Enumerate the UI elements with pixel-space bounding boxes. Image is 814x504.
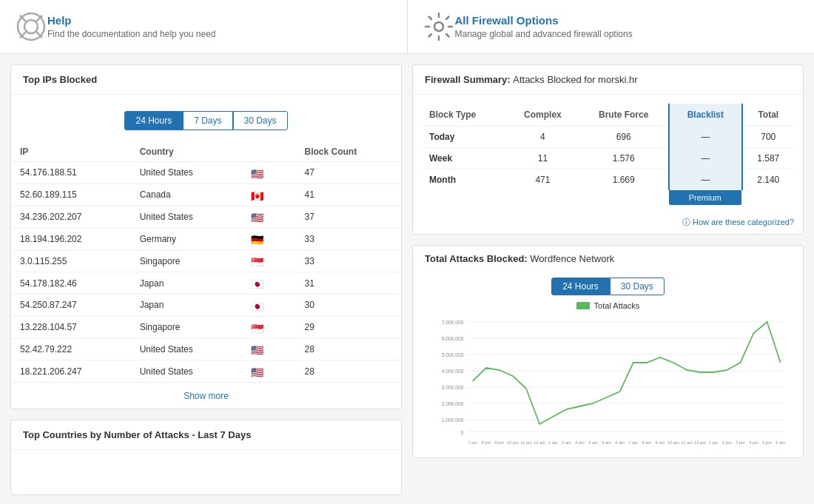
count-cell: 37 [295,206,401,228]
count-cell: 33 [295,250,401,272]
gear-icon [423,10,455,43]
country-cell: Singapore [131,316,238,338]
chart-time-filter: 24 Hours 30 Days [551,278,665,295]
table-row: 54.178.182.46 Japan 🇯🇵 31 [11,272,401,295]
total-cell: 1.587 [742,148,794,169]
svg-text:1 pm: 1 pm [709,440,719,445]
time-btn-7d[interactable]: 7 Days [183,111,232,130]
svg-text:2 pm: 2 pm [722,440,732,445]
summary-row: Today 4 696 — 700 [422,127,794,148]
help-link[interactable]: Help Find the documentation and help you… [0,0,408,53]
count-cell: 31 [295,272,401,295]
categorized-link-text[interactable]: ⓘ How are these categorized? [682,218,794,226]
firewall-desc: Manage global and advanced firewall opti… [455,29,633,39]
time-btn-24h[interactable]: 24 Hours [124,111,183,130]
ip-cell: 52.42.79.222 [11,338,131,360]
ip-cell: 13.228.104.57 [11,316,131,338]
time-btn-30d[interactable]: 30 Days [233,111,288,130]
show-more[interactable]: Show more [11,382,401,409]
country-cell: Singapore [131,250,238,272]
blacklist-cell: — [669,148,741,169]
flag-cell: 🇺🇸 [238,338,295,360]
col-ip: IP [11,142,131,162]
svg-text:10 am: 10 am [667,440,679,445]
fs-col-complex: Complex [507,104,579,127]
firewall-text: All Firewall Options Manage global and a… [455,14,633,39]
ip-cell: 18.194.196.202 [11,228,131,250]
svg-text:6.000.000: 6.000.000 [442,336,464,341]
svg-text:4 am: 4 am [588,440,598,445]
country-cell: United States [131,360,238,382]
flag-cell: 🇺🇸 [238,162,295,184]
chart-btn-30d[interactable]: 30 Days [610,278,665,295]
country-cell: Japan [131,294,238,316]
col-country: Country [131,142,238,162]
svg-text:11 pm: 11 pm [520,440,532,445]
summary-row: Month 471 1.669 — 2.140 [422,169,794,191]
table-row: 18.221.206.247 United States 🇺🇸 28 [11,360,401,382]
count-cell: 41 [295,184,401,206]
top-countries-header: Top Countries by Number of Attacks - Las… [11,420,401,450]
svg-text:5 am: 5 am [602,440,611,445]
svg-text:4 pm: 4 pm [749,440,758,445]
main-content: Top IPs Blocked 24 Hours 7 Days 30 Days … [0,54,814,504]
svg-point-6 [434,22,443,31]
svg-text:7 am: 7 am [628,440,638,445]
fs-col-total: Total [742,104,794,127]
flag-cell: 🇨🇦 [238,184,295,206]
svg-text:5.000.000: 5.000.000 [442,352,464,357]
svg-text:2 am: 2 am [562,440,571,445]
total-cell: 700 [742,127,794,148]
help-title: Help [47,14,216,27]
svg-text:7.000.000: 7.000.000 [442,320,464,325]
ip-cell: 54.176.188.51 [11,162,131,184]
categorized-link[interactable]: ⓘ How are these categorized? [413,211,803,234]
ip-cell: 34.236.202.207 [11,206,131,228]
brute-cell: 1.576 [579,148,669,169]
blacklist-cell: — [669,169,741,191]
count-cell: 33 [295,228,401,250]
svg-text:3 pm: 3 pm [736,440,745,445]
complex-cell: 4 [507,127,579,148]
total-cell: 2.140 [742,169,794,191]
svg-text:6 pm: 6 pm [776,440,785,445]
svg-text:1.000.000: 1.000.000 [442,417,464,423]
fs-col-type: Block Type [422,104,507,127]
help-desc: Find the documentation and help you need [47,29,216,39]
chart-area: 7.000.000 6.000.000 5.000.000 4.000.000 … [413,315,803,457]
firewall-options-link[interactable]: All Firewall Options Manage global and a… [408,0,815,53]
premium-badge: Premium [669,190,741,205]
svg-text:2.000.000: 2.000.000 [442,401,464,406]
svg-text:9 am: 9 am [656,440,665,445]
fs-col-brute: Brute Force [579,104,669,127]
top-ips-header: Top IPs Blocked [11,65,401,95]
table-row: 3.0.115.255 Singapore 🇸🇬 33 [11,250,401,272]
flag-cell: 🇺🇸 [238,360,295,382]
count-cell: 47 [295,162,401,184]
blacklist-cell: — [669,127,741,148]
col-count: Block Count [295,142,401,162]
top-bar: Help Find the documentation and help you… [0,0,814,54]
country-cell: Germany [131,228,238,250]
svg-text:5 pm: 5 pm [762,440,772,445]
brute-cell: 696 [579,127,669,148]
legend-label: Total Attacks [594,301,640,310]
right-panel: Firewall Summary: Attacks Blocked for mo… [412,64,804,495]
svg-text:12 pm: 12 pm [694,440,706,445]
svg-point-1 [24,20,38,33]
svg-text:7 pm: 7 pm [468,440,477,445]
period-cell: Month [422,169,507,191]
lifesaver-icon [15,10,47,43]
svg-text:8 pm: 8 pm [481,440,491,445]
premium-row-table: Premium [422,190,794,205]
table-row: 13.228.104.57 Singapore 🇸🇬 29 [11,316,401,338]
chart-btn-24h[interactable]: 24 Hours [551,278,610,295]
svg-text:8 am: 8 am [642,440,652,445]
country-cell: United States [131,162,238,184]
total-attacks-card: Total Attacks Blocked: Wordfence Network… [412,245,804,458]
firewall-summary-header: Firewall Summary: Attacks Blocked for mo… [413,65,803,95]
firewall-title: All Firewall Options [455,14,633,27]
col-flag [238,142,295,162]
show-more-link[interactable]: Show more [184,391,229,401]
attacks-chart: 7.000.000 6.000.000 5.000.000 4.000.000 … [425,315,791,448]
